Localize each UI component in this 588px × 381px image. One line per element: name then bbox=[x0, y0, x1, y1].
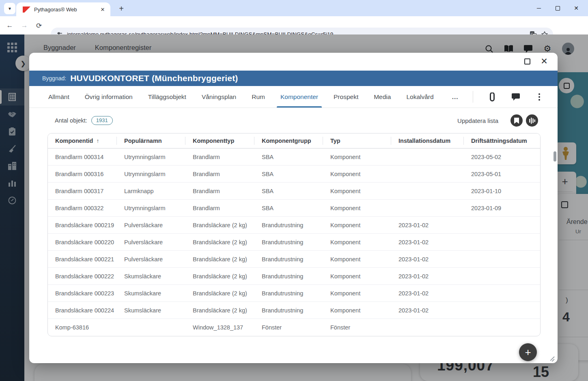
modal-tabs: AllmäntÖvrig informationTilläggsobjektVå… bbox=[41, 86, 469, 108]
tab-media[interactable]: Media bbox=[366, 86, 398, 108]
table-cell: Brandutrustning bbox=[254, 256, 323, 263]
reload-button[interactable]: ⟳ bbox=[33, 20, 45, 31]
table-cell: 2023-05-01 bbox=[464, 171, 540, 177]
table-cell: Brandutrustning bbox=[254, 290, 323, 297]
tab-search-button[interactable]: ▾ bbox=[4, 3, 15, 14]
column-header-2[interactable]: Komponenttyp bbox=[185, 137, 254, 145]
table-row[interactable]: Brandsläckare 000224SkumsläckareBrandslä… bbox=[48, 302, 540, 319]
tab-lokalv-rd[interactable]: Lokalvård bbox=[398, 86, 441, 108]
new-tab-button[interactable]: + bbox=[116, 3, 127, 14]
minimize-button[interactable]: ─ bbox=[530, 0, 548, 16]
table-cell: Brandutrustning bbox=[254, 307, 323, 314]
column-header-3[interactable]: Komponentgrupp bbox=[254, 137, 323, 145]
table-cell: Brandlarm bbox=[185, 171, 254, 177]
table-cell: Brandsläckare (2 kg) bbox=[185, 307, 254, 314]
table-cell: Komponent bbox=[323, 188, 391, 194]
table-cell: Window_1328_137 bbox=[185, 324, 254, 331]
pythagoras-favicon bbox=[23, 6, 30, 13]
modal-controls: ✕ bbox=[522, 56, 549, 67]
column-header-5[interactable]: Installationsdatum bbox=[391, 137, 464, 145]
table-cell: Brandsläckare (2 kg) bbox=[185, 290, 254, 297]
table-cell: Brandlarm 000316 bbox=[48, 171, 117, 177]
table-row[interactable]: Brandsläckare 000219PulversläckareBrands… bbox=[48, 217, 540, 234]
table-cell: Pulversläckare bbox=[117, 239, 185, 245]
add-component-button[interactable]: + bbox=[519, 343, 537, 361]
tab-till-ggsobjekt[interactable]: Tilläggsobjekt bbox=[140, 86, 194, 108]
back-button[interactable]: ← bbox=[4, 20, 15, 31]
sort-asc-icon: ↑ bbox=[96, 138, 99, 144]
table-header: Komponentid↑PopulärnamnKomponenttypKompo… bbox=[48, 133, 540, 149]
table-cell: Komp-63816 bbox=[48, 324, 117, 331]
tabs-spacer bbox=[469, 86, 473, 108]
tab-allm-nt[interactable]: Allmänt bbox=[41, 86, 77, 108]
modal-header-icons bbox=[473, 91, 558, 103]
table-row[interactable]: Brandsläckare 000221PulversläckareBrands… bbox=[48, 251, 540, 268]
table-cell: Brandutrustning bbox=[254, 222, 323, 228]
table-cell: Brandsläckare 000221 bbox=[48, 256, 117, 263]
table-cell: Brandsläckare 000219 bbox=[48, 222, 117, 228]
kebab-menu-icon[interactable] bbox=[535, 93, 544, 101]
tab--vrig-information[interactable]: Övrig information bbox=[77, 86, 140, 108]
tab-overflow[interactable]: ... bbox=[442, 86, 469, 108]
maximize-button[interactable] bbox=[548, 0, 567, 16]
column-header-0[interactable]: Komponentid↑ bbox=[48, 137, 117, 145]
tab-komponenter[interactable]: Komponenter bbox=[273, 86, 326, 108]
table-cell: 2023-01-10 bbox=[464, 188, 540, 194]
table-cell: Brandlarm bbox=[185, 205, 254, 211]
table-cell: Komponent bbox=[323, 171, 391, 177]
table-row[interactable]: Brandlarm 000317LarmknappBrandlarmSBAKom… bbox=[48, 183, 540, 200]
forward-button[interactable]: → bbox=[19, 20, 30, 31]
bookmark-button[interactable] bbox=[510, 114, 523, 127]
table-cell: Brandlarm 000322 bbox=[48, 205, 117, 211]
table-cell: Komponent bbox=[323, 290, 391, 297]
table-cell: Brandsläckare (2 kg) bbox=[185, 222, 254, 228]
table-scrollbar-thumb[interactable] bbox=[554, 151, 556, 161]
clip-icon[interactable] bbox=[488, 93, 497, 101]
table-cell: Pulversläckare bbox=[117, 222, 185, 228]
refresh-list-button[interactable]: Uppdatera lista bbox=[457, 117, 498, 124]
table-row[interactable]: Brandsläckare 000220PulversläckareBrands… bbox=[48, 234, 540, 251]
columns-button[interactable] bbox=[526, 114, 538, 127]
modal-close-button[interactable]: ✕ bbox=[539, 56, 549, 67]
column-header-4[interactable]: Typ bbox=[323, 137, 391, 145]
close-window-button[interactable]: ✕ bbox=[567, 0, 586, 16]
tab-v-ningsplan[interactable]: Våningsplan bbox=[194, 86, 244, 108]
tab-rum[interactable]: Rum bbox=[244, 86, 273, 108]
table-cell: Brandlarm bbox=[185, 188, 254, 194]
modal-resize-handle[interactable] bbox=[549, 355, 555, 361]
table-cell: Komponent bbox=[323, 256, 391, 263]
table-cell: Brandsläckare (2 kg) bbox=[185, 273, 254, 280]
table-row[interactable]: Brandsläckare 000222SkumsläckareBrandslä… bbox=[48, 268, 540, 285]
table-row[interactable]: Brandsläckare 000223SkumsläckareBrandslä… bbox=[48, 285, 540, 302]
table-cell: Brandsläckare (2 kg) bbox=[185, 256, 254, 263]
browser-toolbar: ← → ⟳ internaldemo.pythagoras.se/pythago… bbox=[0, 16, 588, 34]
chevron-down-icon: ▾ bbox=[9, 6, 11, 11]
modal-maximize-button[interactable] bbox=[522, 56, 532, 67]
maximize-icon bbox=[524, 58, 530, 65]
table-row[interactable]: Brandlarm 000314UtrymningslarmBrandlarmS… bbox=[48, 149, 540, 166]
column-header-6[interactable]: Driftsättningsdatum bbox=[464, 137, 540, 145]
tab-prospekt[interactable]: Prospekt bbox=[326, 86, 366, 108]
table-cell: Komponent bbox=[323, 222, 391, 228]
list-toolbar: Antal objekt: 1931 Uppdatera lista bbox=[29, 108, 558, 133]
table-row[interactable]: Komp-63816Window_1328_137FönsterFönster bbox=[48, 319, 540, 336]
table-cell: Komponent bbox=[323, 273, 391, 280]
table-row[interactable]: Brandlarm 000322UtrymningslarmBrandlarmS… bbox=[48, 200, 540, 217]
table-cell: 2023-01-02 bbox=[391, 307, 464, 314]
browser-tab[interactable]: Pythagoras® Web ✕ bbox=[16, 2, 110, 16]
column-header-1[interactable]: Populärnamn bbox=[117, 137, 185, 145]
table-cell: Fönster bbox=[323, 324, 391, 331]
tab-close-icon[interactable]: ✕ bbox=[99, 6, 106, 13]
table-cell: Komponent bbox=[323, 205, 391, 211]
table-cell: 2023-01-09 bbox=[464, 205, 540, 211]
table-cell: 2023-01-02 bbox=[391, 239, 464, 245]
bookmark-icon bbox=[514, 118, 519, 124]
table-cell: Utrymningslarm bbox=[117, 205, 185, 211]
table-cell: Utrymningslarm bbox=[117, 154, 185, 160]
table-cell: 2023-01-02 bbox=[391, 273, 464, 280]
table-cell: Utrymningslarm bbox=[117, 171, 185, 177]
chat-bubble-icon[interactable] bbox=[511, 93, 520, 101]
maximize-icon bbox=[556, 6, 560, 11]
table-cell: Brandlarm bbox=[185, 154, 254, 160]
table-row[interactable]: Brandlarm 000316UtrymningslarmBrandlarmS… bbox=[48, 166, 540, 183]
